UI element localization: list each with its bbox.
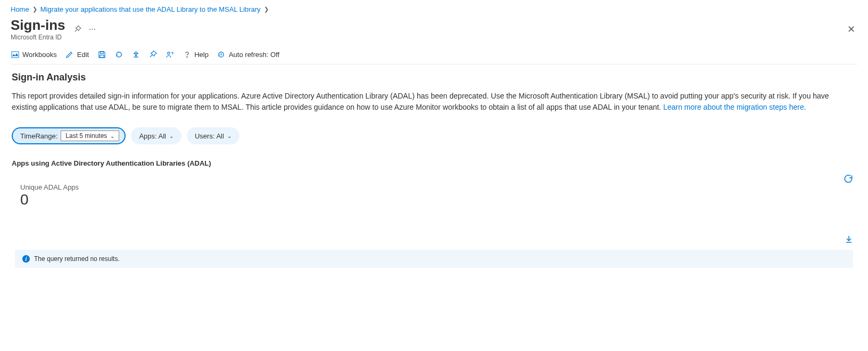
apps-section-heading: Apps using Active Directory Authenticati… (12, 159, 856, 167)
help-icon (183, 51, 191, 59)
filter-bar: TimeRange: Last 5 minutes ⌄ Apps: All ⌄ … (12, 127, 856, 144)
pin-icon[interactable] (73, 25, 82, 34)
help-button[interactable]: Help (183, 51, 209, 59)
page-subtitle: Microsoft Entra ID (11, 34, 65, 41)
metric-label: Unique ADAL Apps (20, 183, 848, 191)
svg-point-3 (168, 52, 170, 54)
autorefresh-label: Auto refresh: Off (229, 51, 279, 59)
help-label: Help (194, 51, 209, 59)
breadcrumb-home[interactable]: Home (11, 5, 29, 13)
autorefresh-button[interactable]: Auto refresh: Off (217, 51, 279, 59)
page-header: Sign-ins Microsoft Entra ID ⋯ ✕ (11, 18, 857, 41)
chevron-right-icon: ❯ (264, 6, 269, 13)
workbooks-label: Workbooks (22, 51, 57, 59)
download-icon[interactable] (845, 235, 853, 243)
undo-icon[interactable] (844, 174, 853, 183)
timerange-select[interactable]: Last 5 minutes ⌄ (61, 130, 119, 141)
svg-rect-2 (100, 55, 104, 58)
svg-rect-1 (100, 52, 103, 54)
learn-more-link[interactable]: Learn more about the migration steps her… (663, 103, 804, 111)
share-icon[interactable] (131, 51, 140, 59)
toolbar: Workbooks Edit Help (11, 46, 857, 64)
feedback-icon[interactable] (166, 51, 174, 59)
svg-rect-0 (11, 52, 18, 58)
users-filter[interactable]: Users: All ⌄ (187, 127, 239, 144)
timerange-filter[interactable]: TimeRange: Last 5 minutes ⌄ (12, 127, 126, 144)
close-icon[interactable]: ✕ (845, 21, 857, 37)
workbooks-button[interactable]: Workbooks (11, 51, 57, 59)
save-icon[interactable] (97, 51, 106, 59)
breadcrumb-migrate[interactable]: Migrate your applications that use the A… (40, 5, 261, 13)
breadcrumb: Home ❯ Migrate your applications that us… (11, 5, 857, 13)
chevron-down-icon: ⌄ (169, 133, 173, 139)
pin-toolbar-icon[interactable] (148, 51, 157, 59)
more-icon[interactable]: ⋯ (88, 25, 97, 34)
page-title: Sign-ins (11, 18, 65, 33)
chevron-down-icon: ⌄ (227, 133, 232, 139)
info-banner: i The query returned no results. (15, 250, 853, 268)
workbooks-icon (11, 51, 19, 59)
metric-value: 0 (20, 192, 848, 207)
edit-icon (65, 51, 74, 59)
edit-label: Edit (77, 51, 89, 59)
edit-button[interactable]: Edit (65, 51, 89, 59)
info-text: The query returned no results. (34, 255, 120, 263)
svg-point-4 (187, 57, 187, 58)
results-area: i The query returned no results. (12, 250, 856, 268)
chevron-right-icon: ❯ (32, 6, 37, 13)
content-area: Sign-in Analysis This report provides de… (11, 64, 857, 268)
clock-icon (217, 51, 226, 59)
apps-filter[interactable]: Apps: All ⌄ (131, 127, 181, 144)
section-description: This report provides detailed sign-in in… (12, 91, 856, 113)
chevron-down-icon: ⌄ (110, 133, 114, 139)
timerange-label: TimeRange: (20, 132, 57, 140)
refresh-icon[interactable] (114, 51, 123, 59)
section-heading: Sign-in Analysis (12, 72, 856, 83)
metric-card: Unique ADAL Apps 0 (12, 177, 856, 207)
info-icon: i (22, 255, 30, 263)
